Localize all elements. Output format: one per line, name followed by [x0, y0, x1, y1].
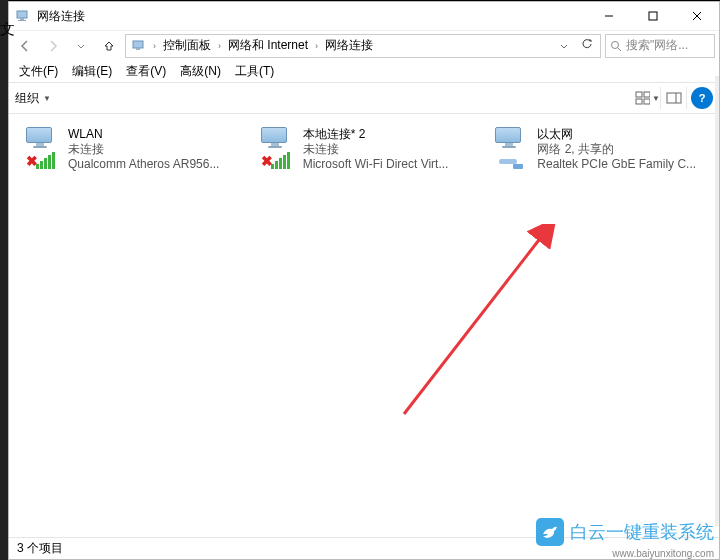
menu-view[interactable]: 查看(V): [120, 61, 172, 82]
maximize-button[interactable]: [631, 2, 675, 30]
right-edge: [715, 76, 719, 526]
address-bar[interactable]: ›控制面板 ›网络和 Internet ›网络连接: [125, 34, 601, 58]
forward-button[interactable]: [41, 34, 65, 58]
menu-edit[interactable]: 编辑(E): [66, 61, 118, 82]
explorer-window: 网络连接 ›控制面板 ›网络和 Internet ›网络连接 搜索"网络... …: [8, 1, 720, 560]
back-button[interactable]: [13, 34, 37, 58]
item-count: 3 个项目: [17, 540, 63, 557]
connection-item-ethernet[interactable]: 以太网 网络 2, 共享的 Realtek PCIe GbE Family C.…: [486, 124, 711, 175]
close-button[interactable]: [675, 2, 719, 30]
chevron-right-icon[interactable]: ›: [312, 41, 321, 51]
window-controls: [587, 2, 719, 30]
address-row: ›控制面板 ›网络和 Internet ›网络连接 搜索"网络...: [9, 30, 719, 60]
svg-rect-7: [133, 41, 143, 48]
menu-advanced[interactable]: 高级(N): [174, 61, 227, 82]
location-icon: [131, 38, 147, 54]
search-icon: [610, 40, 622, 52]
connection-device: Realtek PCIe GbE Family C...: [537, 157, 708, 172]
search-input[interactable]: 搜索"网络...: [605, 34, 715, 58]
svg-line-6: [693, 12, 701, 20]
svg-rect-11: [636, 92, 642, 97]
svg-rect-15: [667, 93, 681, 103]
toolbar: 组织 ▼ ▼ ?: [9, 82, 719, 114]
svg-rect-14: [644, 99, 650, 104]
app-icon: [15, 8, 31, 24]
wifi-disabled-icon: ✖: [20, 127, 62, 167]
background-edge: [0, 0, 8, 560]
recent-dropdown[interactable]: [69, 34, 93, 58]
connection-device: Microsoft Wi-Fi Direct Virt...: [303, 157, 474, 172]
preview-pane-button[interactable]: [661, 87, 687, 109]
svg-line-10: [618, 48, 621, 51]
chevron-down-icon: ▼: [43, 94, 51, 103]
statusbar: 3 个项目: [9, 537, 719, 559]
history-dropdown[interactable]: [552, 34, 576, 58]
connection-name: 以太网: [537, 127, 708, 142]
connection-name: 本地连接* 2: [303, 127, 474, 142]
svg-point-9: [612, 41, 619, 48]
svg-rect-13: [636, 99, 642, 104]
partial-text: 文: [0, 20, 15, 39]
titlebar: 网络连接: [9, 2, 719, 30]
up-button[interactable]: [97, 34, 121, 58]
search-placeholder: 搜索"网络...: [626, 37, 688, 54]
breadcrumb[interactable]: 网络和 Internet: [224, 37, 312, 54]
chevron-right-icon[interactable]: ›: [150, 41, 159, 51]
svg-line-17: [404, 236, 542, 414]
connection-device: Qualcomm Atheros AR956...: [68, 157, 239, 172]
help-button[interactable]: ?: [691, 87, 713, 109]
chevron-right-icon[interactable]: ›: [215, 41, 224, 51]
view-mode-button[interactable]: ▼: [635, 87, 661, 109]
organize-label: 组织: [15, 90, 39, 107]
connection-status: 未连接: [303, 142, 474, 157]
svg-rect-1: [20, 18, 24, 20]
connection-item-wlan[interactable]: ✖ WLAN 未连接 Qualcomm Atheros AR956...: [17, 124, 242, 175]
menu-file[interactable]: 文件(F): [13, 61, 64, 82]
breadcrumb[interactable]: 网络连接: [321, 37, 377, 54]
refresh-button[interactable]: [576, 37, 598, 54]
connection-status: 网络 2, 共享的: [537, 142, 708, 157]
window-title: 网络连接: [37, 8, 587, 25]
content-area[interactable]: ✖ WLAN 未连接 Qualcomm Atheros AR956... ✖ 本…: [9, 114, 719, 537]
wifi-disabled-icon: ✖: [255, 127, 297, 167]
connection-status: 未连接: [68, 142, 239, 157]
svg-rect-12: [644, 92, 650, 97]
menubar: 文件(F) 编辑(E) 查看(V) 高级(N) 工具(T): [9, 60, 719, 82]
connection-name: WLAN: [68, 127, 239, 142]
svg-rect-2: [18, 20, 26, 21]
minimize-button[interactable]: [587, 2, 631, 30]
svg-rect-0: [17, 11, 27, 18]
svg-rect-4: [649, 12, 657, 20]
svg-rect-8: [136, 48, 140, 50]
breadcrumb[interactable]: 控制面板: [159, 37, 215, 54]
organize-button[interactable]: 组织 ▼: [15, 90, 51, 107]
menu-tools[interactable]: 工具(T): [229, 61, 280, 82]
ethernet-icon: [489, 127, 531, 167]
svg-line-5: [693, 12, 701, 20]
connection-item-local[interactable]: ✖ 本地连接* 2 未连接 Microsoft Wi-Fi Direct Vir…: [252, 124, 477, 175]
annotation-arrow: [374, 224, 574, 424]
